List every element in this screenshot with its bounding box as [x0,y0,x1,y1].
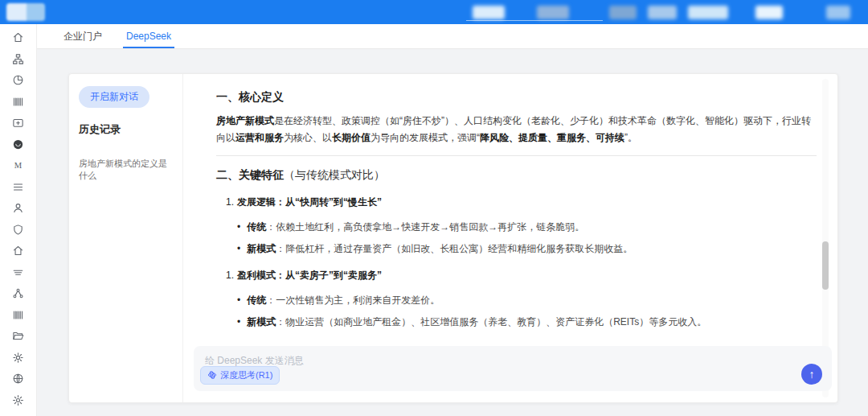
chat-scrollbar-thumb[interactable] [822,241,829,290]
header-blurred-item[interactable] [473,6,505,19]
chat-messages[interactable]: 一、核心定义房地产新模式是在经济转型、政策调控（如“房住不炒”）、人口结构变化（… [183,74,837,341]
logo-icon[interactable] [12,138,25,150]
svg-text:M: M [14,161,23,170]
history-item[interactable]: 房地产新模式的定义是什么 [79,158,173,183]
home-icon[interactable] [12,31,25,43]
numbered-item: 1.盈利模式：从“卖房子”到“卖服务” [226,269,817,282]
folder-icon[interactable] [12,330,25,342]
header-blurred-item[interactable] [537,6,569,19]
bullet-item: •传统：一次性销售为主，利润来自开发差价。 [237,293,817,308]
bullet-list: •传统：一次性销售为主，利润来自开发差价。•新模式：物业运营（如商业地产租金）、… [237,293,817,329]
header-underline [466,20,603,21]
app-logo [6,3,45,21]
bullet-item: •新模式：降低杠杆，通过存量资产（如旧改、长租公寓）经营和精细化服务获取长期收益… [237,241,817,257]
tab-enterprise-portal[interactable]: 企业门户 [51,24,114,48]
header-blurred-item[interactable] [609,6,637,19]
sitemap-icon[interactable] [12,53,25,65]
divider [216,155,817,156]
home-icon[interactable] [12,245,25,257]
gear-icon[interactable] [12,394,25,406]
bullet-list: •传统：依赖土地红利，高负债拿地→快速开发→销售回款→再扩张，链条脆弱。•新模式… [237,220,817,256]
header-blurred-item[interactable] [648,6,677,19]
deepseek-chat-card: 开启新对话 历史记录 房地产新模式的定义是什么 一、核心定义房地产新模式是在经济… [68,73,838,403]
folder-plus-icon[interactable] [12,117,25,129]
header-blurred-item[interactable] [755,6,783,19]
bullet-item: •传统：依赖土地红利，高负债拿地→快速开发→销售回款→再扩张，链条脆弱。 [237,220,817,235]
chat-history-panel: 开启新对话 历史记录 房地产新模式的定义是什么 [69,74,183,402]
pie-chart-icon[interactable] [12,74,25,86]
person-icon[interactable] [12,202,25,214]
letter-m-icon[interactable]: M [12,159,25,171]
numbered-item: 1.发展逻辑：从“快周转”到“慢生长” [226,196,817,209]
message-input[interactable]: 给 DeepSeek 发送消息 深度思考(R1) ↑ [194,346,832,391]
chat-column: 一、核心定义房地产新模式是在经济转型、政策调控（如“房住不炒”）、人口结构变化（… [183,74,837,402]
network-icon[interactable] [12,287,25,299]
deep-think-toggle[interactable]: 深度思考(R1) [200,366,280,385]
section-heading: 一、核心定义 [216,90,817,105]
header-blurred-item[interactable] [688,6,728,19]
barcode-icon[interactable] [12,96,25,108]
flower-icon[interactable] [12,352,25,364]
new-chat-button[interactable]: 开启新对话 [79,86,149,108]
workspace: 开启新对话 历史记录 房地产新模式的定义是什么 一、核心定义房地产新模式是在经济… [37,49,868,416]
send-button[interactable]: ↑ [801,364,822,385]
barcode-icon[interactable] [12,309,25,321]
globe-icon[interactable] [12,373,25,385]
deep-think-icon [207,370,217,381]
layers-icon[interactable] [12,266,25,278]
paragraph: 房地产新模式是在经济转型、政策调控（如“房住不炒”）、人口结构变化（老龄化、少子… [216,113,817,146]
header-blurred-item[interactable] [826,6,850,19]
top-header [0,0,868,24]
tab-deepseek[interactable]: DeepSeek [114,24,183,48]
left-icon-rail: M [0,24,37,416]
section-heading: 二、关键特征（与传统模式对比） [216,168,817,183]
tab-bar: 企业门户DeepSeek [37,24,868,49]
bullet-item: •新模式：物业运营（如商业地产租金）、社区增值服务（养老、教育）、资产证券化（R… [237,315,817,330]
list-icon[interactable] [12,181,25,193]
deep-think-label: 深度思考(R1) [220,369,272,381]
shield-icon[interactable] [12,224,25,236]
history-title: 历史记录 [79,122,173,137]
